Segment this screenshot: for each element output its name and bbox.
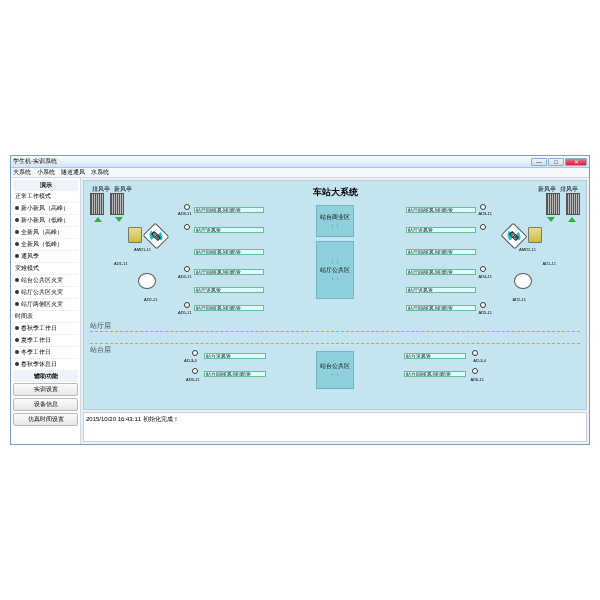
log-panel: 2015/10/20 16:43:11 初始化完成！ <box>83 412 587 442</box>
pipe-exhaust: 站厅回/排风(排烟)管 <box>406 207 476 213</box>
damper-icon[interactable] <box>514 273 532 289</box>
sidebar-item[interactable]: 灾难模式 <box>13 263 78 275</box>
node-icon[interactable] <box>472 350 478 356</box>
zone-business: 站台商业区 ↑ ↑ <box>316 205 354 237</box>
btn-device-info[interactable]: 设备信息 <box>13 398 78 411</box>
fan-icon[interactable]: 0Hz <box>501 223 528 250</box>
pipe-exhaust: 站厅回/排风(排烟)管 <box>406 305 476 311</box>
pipe-exhaust: 站厅回/排风(排烟)管 <box>406 249 476 255</box>
node-label: AD3-11 <box>178 211 192 216</box>
fan-icon[interactable]: 0Hz <box>143 223 170 250</box>
node-icon[interactable] <box>192 350 198 356</box>
damper-icon[interactable] <box>138 273 156 289</box>
arrow-up-icon: ↑ ↑ <box>317 372 353 378</box>
zone-biz-label: 站台商业区 <box>317 213 353 222</box>
titlebar: 学生机-实训系统 — □ ✕ <box>11 156 589 168</box>
node-label: AD1-11 <box>542 261 556 266</box>
node-icon[interactable] <box>184 204 190 210</box>
sidebar-item[interactable]: 春秋季休息日 <box>13 359 78 371</box>
menu-tunnel-vent[interactable]: 隧道通风 <box>61 168 85 177</box>
sidebar-header: 演示 <box>13 180 78 191</box>
arrow-up-icon: ↑ ↑ <box>317 223 353 229</box>
sidebar: 演示 正常工作模式 新小新风（高峰） 新小新风（低峰） 全新风（高峰） 全新风（… <box>11 178 81 444</box>
grille-icon <box>566 193 580 215</box>
pipe-supply: 站厅送风管 <box>406 227 476 233</box>
btn-sim-time[interactable]: 仿真时间设置 <box>13 413 78 426</box>
app-window: 学生机-实训系统 — □ ✕ 大系统 小系统 隧道通风 水系统 演示 正常工作模… <box>10 155 590 445</box>
grille-icon <box>110 193 124 215</box>
sidebar-help-header: 辅助功能 <box>13 371 78 382</box>
sidebar-item[interactable]: 全新风（低峰） <box>13 239 78 251</box>
close-button[interactable]: ✕ <box>565 158 587 166</box>
node-label: AD5-11 <box>478 310 492 315</box>
node-label: AD1-11 <box>114 261 128 266</box>
node-label: AD4-11 <box>178 274 192 279</box>
pipe-plat-supply: 站台送风管 <box>404 353 466 359</box>
motor-icon[interactable] <box>528 227 542 243</box>
node-icon[interactable] <box>184 302 190 308</box>
menu-water-system[interactable]: 水系统 <box>91 168 109 177</box>
minimize-button[interactable]: — <box>531 158 547 166</box>
zone-hall: ↑ ↑ 站厅公共区 ↑ ↑ <box>316 241 354 299</box>
node-label: AD6-11 <box>470 377 484 382</box>
menu-big-system[interactable]: 大系统 <box>13 168 31 177</box>
sidebar-item[interactable]: 冬季工作日 <box>13 347 78 359</box>
arrow-up-icon: ↑ ↑ <box>317 276 353 282</box>
menubar: 大系统 小系统 隧道通风 水系统 <box>11 168 589 178</box>
node-label: AD6-11 <box>186 377 200 382</box>
zone-platform: 站台公共区 ↑ ↑ <box>316 351 354 389</box>
node-label: AMD2-11 <box>519 247 536 252</box>
node-icon[interactable] <box>480 266 486 272</box>
sidebar-item[interactable]: 站厅公共区火灾 <box>13 287 78 299</box>
zone-hall-label: 站厅层 <box>90 321 111 331</box>
diagram-canvas: 车站大系统 排风亭 新风亭 新风亭 排风亭 0Hz 0Hz <box>83 180 587 410</box>
node-label: AD2-11 <box>144 297 158 302</box>
diagram-title: 车站大系统 <box>313 186 358 199</box>
arrow-up-icon <box>94 217 102 222</box>
menu-small-system[interactable]: 小系统 <box>37 168 55 177</box>
sidebar-item[interactable]: 春秋季工作日 <box>13 323 78 335</box>
node-icon[interactable] <box>480 204 486 210</box>
node-label: AD-3-4 <box>473 358 486 363</box>
sidebar-item[interactable]: 夏季工作日 <box>13 335 78 347</box>
node-icon[interactable] <box>472 368 478 374</box>
sidebar-item[interactable]: 站台公共区火灾 <box>13 275 78 287</box>
pipe-plat-exhaust: 站台回/排风(排烟)管 <box>404 371 466 377</box>
sidebar-item[interactable]: 新小新风（高峰） <box>13 203 78 215</box>
node-icon[interactable] <box>480 302 486 308</box>
node-icon[interactable] <box>192 368 198 374</box>
window-buttons: — □ ✕ <box>531 158 587 166</box>
sidebar-item[interactable]: 时间表 <box>13 311 78 323</box>
sidebar-item[interactable]: 通风季 <box>13 251 78 263</box>
motor-icon[interactable] <box>128 227 142 243</box>
zone-plat-label: 站台公共区 <box>317 362 353 371</box>
node-label: AD3-11 <box>478 211 492 216</box>
arrow-up-icon: ↑ ↑ <box>317 259 353 265</box>
maximize-button[interactable]: □ <box>548 158 564 166</box>
node-icon[interactable] <box>184 266 190 272</box>
btn-train-setup[interactable]: 实训设置 <box>13 383 78 396</box>
pipe-exhaust: 站厅回/排风(排烟)管 <box>194 269 264 275</box>
sidebar-item[interactable]: 新小新风（低峰） <box>13 215 78 227</box>
pipe-supply: 站厅送风管 <box>194 227 264 233</box>
pipe-exhaust: 站厅回/排风(排烟)管 <box>194 249 264 255</box>
body: 演示 正常工作模式 新小新风（高峰） 新小新风（低峰） 全新风（高峰） 全新风（… <box>11 178 589 444</box>
arrow-down-icon <box>115 217 123 222</box>
arrow-down-icon <box>547 217 555 222</box>
node-icon[interactable] <box>184 224 190 230</box>
node-label: AMD1-11 <box>134 247 151 252</box>
pipe-supply: 站厅送风管 <box>194 287 264 293</box>
node-icon[interactable] <box>480 224 486 230</box>
zone-hall-label: 站厅公共区 <box>317 266 353 275</box>
pipe-exhaust: 站厅回/排风(排烟)管 <box>406 269 476 275</box>
pipe-plat-supply: 站台送风管 <box>204 353 266 359</box>
log-line: 2015/10/20 16:43:11 初始化完成！ <box>86 416 179 422</box>
pipe-exhaust: 站厅回/排风(排烟)管 <box>194 305 264 311</box>
sidebar-item[interactable]: 站厅两侧区火灾 <box>13 299 78 311</box>
sidebar-item[interactable]: 正常工作模式 <box>13 191 78 203</box>
node-label: AD4-11 <box>478 274 492 279</box>
node-label: AD5-11 <box>178 310 192 315</box>
sidebar-item[interactable]: 全新风（高峰） <box>13 227 78 239</box>
zone-platform-label: 站台层 <box>90 345 111 355</box>
node-label: AD2-11 <box>512 297 526 302</box>
